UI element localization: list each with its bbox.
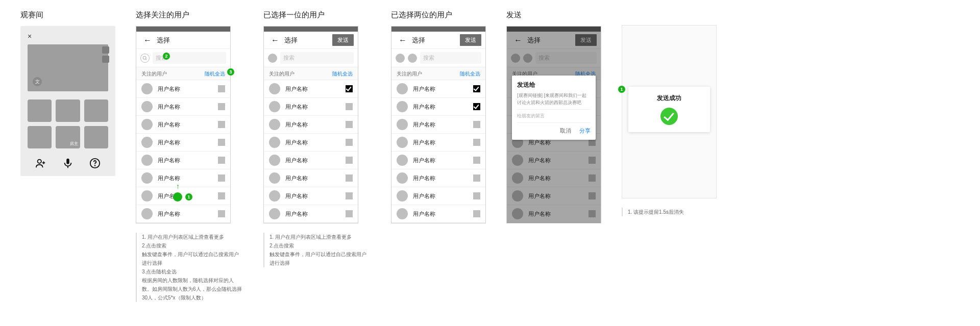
checkbox[interactable] — [218, 103, 225, 110]
send-button[interactable]: 发送 — [332, 34, 354, 46]
user-row[interactable]: 用户名称 — [264, 169, 358, 187]
user-row[interactable]: 用户名称 — [136, 152, 230, 169]
close-icon[interactable]: × — [24, 30, 111, 42]
random-select-button[interactable]: 随机全选 — [332, 70, 353, 78]
checkbox[interactable] — [346, 192, 353, 199]
side-thumb[interactable] — [102, 46, 109, 54]
send-button[interactable]: 发送 — [460, 34, 481, 46]
back-icon[interactable]: ← — [140, 36, 155, 45]
share-button[interactable]: 分享 — [579, 127, 591, 135]
avatar — [397, 155, 408, 166]
seat-host[interactable]: 房主 — [56, 126, 80, 148]
checkbox[interactable] — [473, 210, 480, 217]
annotation-2: 2 — [163, 53, 170, 60]
avatar — [269, 137, 280, 148]
checkbox[interactable] — [346, 103, 353, 110]
seat[interactable] — [28, 126, 52, 148]
avatar — [141, 208, 153, 219]
seat[interactable] — [28, 99, 52, 122]
selected-chip[interactable] — [396, 54, 405, 63]
checkbox[interactable] — [473, 192, 480, 199]
checkbox[interactable] — [473, 174, 480, 182]
side-thumb[interactable] — [102, 56, 109, 63]
checkbox-checked[interactable] — [473, 103, 480, 110]
user-row[interactable]: 用户名称 — [264, 152, 358, 169]
selected-chip[interactable] — [268, 54, 277, 63]
checkbox[interactable] — [218, 192, 225, 199]
seat[interactable] — [84, 99, 108, 122]
checkbox[interactable] — [218, 210, 225, 217]
seat[interactable] — [84, 126, 108, 148]
user-row[interactable]: 用户名称 — [264, 80, 358, 98]
checkbox-checked[interactable] — [473, 85, 480, 92]
share-dialog: 发送给 [观赛间链接] [来观赛间和我们一起讨论火箭和火箭的西部总决赛吧 给朋友… — [512, 76, 596, 140]
checkbox[interactable] — [346, 157, 353, 164]
user-row[interactable]: 用户名称 — [136, 169, 230, 187]
avatar — [269, 83, 280, 94]
user-row[interactable]: 用户名称 — [391, 134, 485, 152]
checkbox[interactable] — [473, 157, 480, 164]
checkbox[interactable] — [346, 139, 353, 146]
user-row[interactable]: 用户名称 — [264, 187, 358, 205]
svg-rect-1 — [66, 159, 69, 164]
random-select-button[interactable]: 随机全选 — [205, 70, 225, 78]
annotation-1: 1 — [185, 193, 192, 200]
avatar — [141, 101, 153, 112]
dialog-message-input[interactable]: 给朋友的留言 — [517, 109, 591, 123]
search-icon[interactable] — [140, 54, 150, 63]
user-row[interactable]: 用户名称 — [264, 116, 358, 134]
selected-chip[interactable] — [408, 54, 417, 63]
checkbox[interactable] — [218, 139, 225, 146]
stage-title-two: 已选择两位的用户 — [391, 10, 486, 20]
user-row[interactable]: 用户名称 — [264, 205, 358, 223]
user-row[interactable]: 用户名称 — [391, 98, 485, 116]
checkbox[interactable] — [218, 85, 225, 92]
checkbox-checked[interactable] — [346, 85, 353, 92]
checkbox[interactable] — [218, 157, 225, 164]
phone-send-dialog: ← 选择 发送 搜索 关注的用户 随机全选 用户名称 用户名称 用户名称 用户名… — [506, 26, 601, 223]
search-input[interactable]: 搜索 — [420, 52, 481, 64]
avatar — [141, 119, 153, 130]
checkbox[interactable] — [346, 174, 353, 182]
user-row[interactable]: 用户名称 — [136, 205, 230, 223]
user-row[interactable]: 用户名称 — [136, 134, 230, 152]
random-select-button[interactable]: 随机全选 — [460, 70, 480, 78]
checkbox[interactable] — [218, 121, 225, 128]
help-icon[interactable] — [89, 158, 101, 169]
avatar — [141, 83, 153, 94]
room-screen: × 文 房主 — [20, 26, 115, 176]
avatar — [269, 119, 280, 130]
mic-icon[interactable] — [62, 158, 74, 169]
stage-title-empty — [622, 10, 717, 19]
checkbox[interactable] — [473, 121, 480, 128]
user-row[interactable]: 用户名称 — [391, 80, 485, 98]
gesture-dot — [173, 192, 182, 202]
dialog-title: 发送给 — [517, 81, 591, 89]
user-row[interactable]: 用户名称 — [391, 152, 485, 169]
search-input[interactable]: 搜索 — [280, 52, 354, 64]
user-row[interactable]: 用户名称 — [264, 134, 358, 152]
user-row[interactable]: 用户名称 — [136, 116, 230, 134]
user-row[interactable]: 用户名称 — [391, 169, 485, 187]
annotation-1: 1 — [618, 86, 625, 93]
checkbox[interactable] — [346, 121, 353, 128]
user-row[interactable]: 用户名称 — [136, 80, 230, 98]
cancel-button[interactable]: 取消 — [560, 127, 571, 135]
user-row[interactable]: 用户名称 — [391, 116, 485, 134]
avatar — [141, 190, 153, 202]
user-row[interactable]: 用户名称 — [391, 187, 485, 205]
user-row[interactable]: 用户名称 — [264, 98, 358, 116]
checkbox[interactable] — [346, 210, 353, 217]
back-icon[interactable]: ← — [396, 36, 410, 45]
back-icon[interactable]: ← — [268, 36, 282, 45]
avatar — [397, 190, 408, 202]
user-row[interactable]: 用户名称 — [136, 187, 230, 205]
phone-one-selected: ← 选择 发送 搜索 关注的用户 随机全选 用户名称 用户名称 用户名称 用户名… — [263, 26, 358, 223]
seat[interactable] — [56, 99, 80, 122]
check-icon — [660, 108, 678, 125]
add-user-icon[interactable] — [35, 158, 46, 169]
user-row[interactable]: 用户名称 — [391, 205, 485, 223]
checkbox[interactable] — [218, 174, 225, 182]
user-row[interactable]: 用户名称 — [136, 98, 230, 116]
checkbox[interactable] — [473, 139, 480, 146]
